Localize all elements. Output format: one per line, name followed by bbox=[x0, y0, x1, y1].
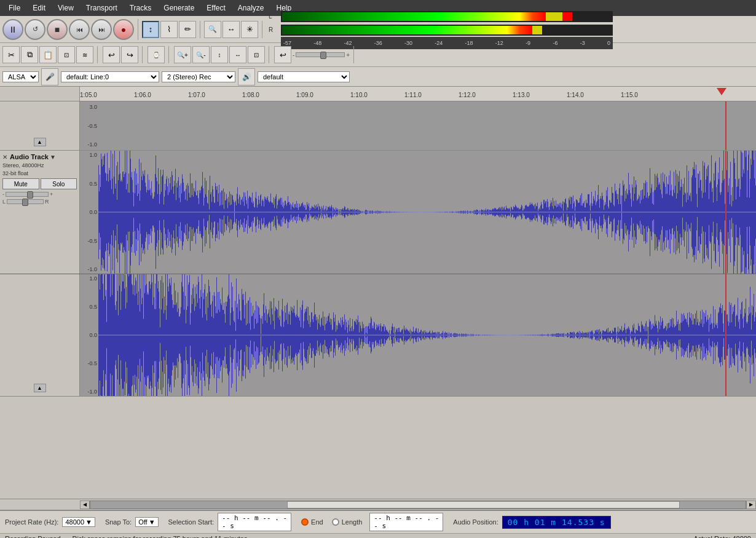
zoom-in-tool[interactable]: 🔍 bbox=[204, 21, 221, 38]
time-signature[interactable]: ⌚ bbox=[148, 46, 165, 63]
mute-button[interactable]: Mute bbox=[2, 178, 39, 189]
length-radio-button[interactable] bbox=[332, 518, 339, 526]
collapsed-waveform[interactable]: 3.0 -0.5 -1.0 bbox=[80, 101, 756, 150]
disk-space-text: Disk space remains for recording 75 hour… bbox=[73, 535, 250, 538]
channels-select[interactable]: 2 (Stereo) Rec bbox=[162, 71, 235, 82]
playhead-marker bbox=[717, 88, 726, 95]
scale-bot: -1.0 bbox=[81, 141, 97, 148]
back-button[interactable]: ⏮ bbox=[69, 19, 90, 40]
collapse-expand-button[interactable]: ▲ bbox=[34, 138, 46, 146]
wf-scale-bottom: 1.0 0.5 0.0 -0.5 -1.0 bbox=[80, 274, 98, 396]
project-rate-select[interactable]: 48000 ▼ bbox=[62, 517, 95, 527]
undo-group: ↩ ↪ bbox=[103, 46, 143, 63]
pause-button[interactable]: ⏸ bbox=[2, 19, 23, 40]
scale-neg0.5-top: -0.5 bbox=[80, 238, 97, 244]
pencil-tool[interactable]: ✏ bbox=[179, 21, 196, 38]
menu-view[interactable]: View bbox=[52, 2, 80, 14]
hscrollbar[interactable] bbox=[90, 500, 746, 509]
gain-slider[interactable] bbox=[6, 192, 49, 197]
audio-track-bottom-waveform[interactable]: 1.0 0.5 0.0 -0.5 -1.0 bbox=[80, 274, 756, 396]
snap-to-group: Snap To: Off ▼ bbox=[105, 517, 159, 527]
menu-file[interactable]: File bbox=[2, 2, 26, 14]
track-buttons: Mute Solo bbox=[2, 178, 77, 189]
gain-thumb[interactable] bbox=[27, 191, 33, 199]
track-format: Stereo, 48000Hz bbox=[2, 162, 77, 170]
project-rate-arrow[interactable]: ▼ bbox=[85, 518, 92, 526]
zoom-fit-h[interactable]: ↔ bbox=[229, 46, 246, 63]
menu-analyze[interactable]: Analyze bbox=[232, 2, 270, 14]
envelope-tool[interactable]: ⌇ bbox=[160, 21, 178, 38]
silence-button[interactable]: ≋ bbox=[76, 46, 93, 63]
project-rate-group: Project Rate (Hz): 48000 ▼ bbox=[5, 517, 95, 527]
time-sig-group: ⌚ bbox=[148, 46, 169, 63]
zoom-sel[interactable]: ⊡ bbox=[248, 46, 265, 63]
solo-button[interactable]: Solo bbox=[41, 178, 77, 189]
ruler-mark-7: 1:12.0 bbox=[459, 92, 476, 98]
snap-to-arrow[interactable]: ▼ bbox=[149, 518, 156, 526]
forward-button[interactable]: ⏭ bbox=[91, 19, 112, 40]
host-select[interactable]: ALSA bbox=[2, 71, 39, 82]
project-rate-label: Project Rate (Hz): bbox=[5, 518, 58, 526]
vu-left-meter[interactable] bbox=[281, 11, 613, 22]
pan-thumb[interactable] bbox=[22, 199, 28, 206]
ruler-mark-0: 1:05.0 bbox=[80, 92, 97, 98]
paste-button[interactable]: 📋 bbox=[39, 46, 57, 63]
recording-paused-text: Recording Paused. bbox=[5, 535, 63, 538]
selection-start-group: Selection Start: -- h -- m -- . -- s bbox=[168, 513, 292, 531]
selection-start-input[interactable]: -- h -- m -- . -- s bbox=[218, 513, 291, 531]
scale-neg0.5-bot: -0.5 bbox=[80, 360, 97, 366]
audio-track-top-row: ✕ Audio Track ▼ Stereo, 48000Hz 32-bit f… bbox=[0, 151, 756, 274]
end-length-input[interactable]: -- h -- m -- . -- s bbox=[369, 513, 443, 531]
hscroll-left-arrow[interactable]: ◀ bbox=[80, 500, 90, 509]
undo-button[interactable]: ↩ bbox=[103, 46, 120, 63]
waveform-canvas-container-top bbox=[98, 151, 756, 274]
vu-right-meter[interactable] bbox=[281, 25, 613, 36]
playhead-line-bottom bbox=[725, 274, 726, 396]
menu-effect[interactable]: Effect bbox=[200, 2, 231, 14]
toolbar-area: ⏸ ↺ ■ ⏮ ⏭ ● ↕ ⌇ ✏ 🔍 ↔ ✳ L bbox=[0, 16, 756, 87]
scale-neg1.0-top: -1.0 bbox=[80, 266, 97, 272]
track-gain-group: - + bbox=[2, 191, 77, 197]
record-button[interactable]: ● bbox=[113, 19, 134, 40]
vol-slider[interactable] bbox=[296, 52, 345, 57]
waveform-canvas-bottom bbox=[98, 274, 756, 396]
hscroll-thumb[interactable] bbox=[287, 501, 680, 508]
zoom-out-button[interactable]: 🔍- bbox=[192, 46, 210, 63]
bottom-collapse-button[interactable]: ▲ bbox=[34, 384, 46, 392]
rewind-button[interactable]: ↺ bbox=[25, 19, 45, 40]
playhead-line-collapsed bbox=[725, 101, 726, 150]
audio-position-group: Audio Position: 00 h 01 m 14.533 s bbox=[453, 516, 610, 529]
menu-generate[interactable]: Generate bbox=[157, 2, 200, 14]
trim-button[interactable]: ⊡ bbox=[58, 46, 75, 63]
length-radio-group: Length bbox=[332, 518, 363, 526]
move-tool[interactable]: ↔ bbox=[222, 21, 240, 38]
history-back[interactable]: ↩ bbox=[274, 46, 291, 63]
copy-button[interactable]: ⧉ bbox=[21, 46, 38, 63]
pan-slider[interactable] bbox=[7, 199, 44, 204]
collapsed-track-row: ▲ 3.0 -0.5 -1.0 bbox=[0, 101, 756, 151]
audio-track-top-waveform[interactable]: 1.0 0.5 0.0 -0.5 -1.0 bbox=[80, 151, 756, 274]
menu-edit[interactable]: Edit bbox=[26, 2, 52, 14]
cursor-tool[interactable]: ↕ bbox=[142, 21, 159, 38]
track-dropdown-button[interactable]: ▼ bbox=[50, 154, 56, 160]
zoom-in-button[interactable]: 🔍+ bbox=[174, 46, 191, 63]
toolbar-row1: ⏸ ↺ ■ ⏮ ⏭ ● ↕ ⌇ ✏ 🔍 ↔ ✳ L bbox=[0, 16, 756, 43]
statusbar: Project Rate (Hz): 48000 ▼ Snap To: Off … bbox=[0, 510, 756, 538]
timeline-ruler: 1:05.0 1:06.0 1:07.0 1:08.0 1:09.0 1:10.… bbox=[0, 87, 756, 101]
waveform-canvas-top bbox=[98, 151, 756, 274]
ruler-spacer bbox=[0, 87, 80, 101]
track-close-button[interactable]: ✕ bbox=[2, 154, 7, 160]
cut-button[interactable]: ✂ bbox=[2, 46, 20, 63]
zoom-fit-v[interactable]: ↕ bbox=[211, 46, 228, 63]
end-radio-button[interactable] bbox=[301, 518, 309, 526]
redo-button[interactable]: ↪ bbox=[121, 46, 138, 63]
hscroll-right-arrow[interactable]: ▶ bbox=[746, 500, 756, 509]
menu-transport[interactable]: Transport bbox=[80, 2, 124, 14]
snap-to-select[interactable]: Off ▼ bbox=[135, 517, 158, 527]
input-device-select[interactable]: default: Line:0 bbox=[61, 71, 159, 82]
scale-0.5-bot: 0.5 bbox=[80, 304, 97, 310]
menu-tracks[interactable]: Tracks bbox=[124, 2, 158, 14]
stop-button[interactable]: ■ bbox=[47, 19, 68, 40]
multi-tool[interactable]: ✳ bbox=[241, 21, 258, 38]
output-device-select[interactable]: default bbox=[258, 71, 350, 82]
